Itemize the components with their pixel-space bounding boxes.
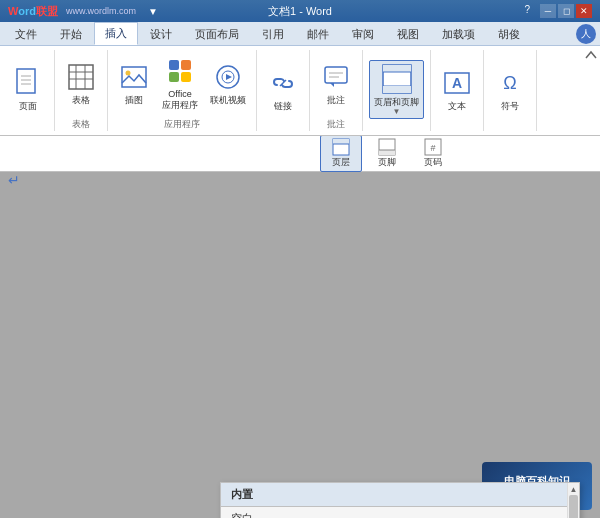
- svg-rect-35: [379, 150, 395, 155]
- symbol-label: 符号: [501, 101, 519, 112]
- scroll-thumb[interactable]: [569, 495, 578, 518]
- svg-text:A: A: [452, 75, 462, 91]
- header-sub-icon: [332, 138, 350, 156]
- user-avatar: 人: [576, 24, 596, 44]
- title-bar-left: Word联盟 www.wordlm.com ▼: [8, 4, 158, 19]
- svg-text:#: #: [430, 143, 435, 153]
- text-button[interactable]: A 文本: [437, 65, 477, 114]
- footer-sub-button[interactable]: 页脚: [366, 136, 408, 171]
- symbols-icons: Ω 符号: [490, 50, 530, 129]
- footer-sub-label: 页脚: [378, 156, 396, 169]
- website-label: www.wordlm.com: [66, 6, 136, 16]
- illustrations-group-label: 应用程序: [164, 118, 200, 131]
- dropdown-scrollbar[interactable]: ▲ ▼: [567, 483, 579, 518]
- tab-design[interactable]: 设计: [139, 23, 183, 45]
- ribbon-collapse-button[interactable]: [584, 48, 598, 65]
- svg-marker-17: [226, 74, 232, 80]
- group-links: 链接: [257, 50, 310, 131]
- tab-review[interactable]: 审阅: [341, 23, 385, 45]
- group-text: A 文本: [431, 50, 484, 131]
- video-label: 联机视频: [210, 95, 246, 106]
- section1-label: 空白: [221, 507, 567, 518]
- tab-references[interactable]: 引用: [251, 23, 295, 45]
- help-button[interactable]: ?: [524, 4, 530, 18]
- svg-rect-12: [181, 60, 191, 70]
- tab-user[interactable]: 胡俊: [487, 23, 531, 45]
- svg-point-10: [126, 70, 131, 75]
- group-illustrations: 插图 Office应用程序: [108, 50, 257, 131]
- tab-page-layout[interactable]: 页面布局: [184, 23, 250, 45]
- return-symbol: ↵: [8, 172, 600, 188]
- svg-rect-19: [325, 67, 347, 83]
- group-symbols: Ω 符号: [484, 50, 537, 131]
- table-button[interactable]: 表格: [61, 59, 101, 108]
- link-button[interactable]: 链接: [263, 65, 303, 114]
- svg-rect-9: [122, 67, 146, 87]
- tab-insert[interactable]: 插入: [94, 22, 138, 45]
- table-label: 表格: [72, 95, 90, 106]
- quick-access: ▼: [148, 6, 158, 17]
- comment-button[interactable]: 批注: [316, 59, 356, 108]
- symbol-icon: Ω: [494, 67, 526, 99]
- pages-button[interactable]: 页面: [8, 65, 48, 114]
- group-header-footer: 页眉和页脚 ▼: [363, 50, 431, 131]
- svg-rect-0: [17, 69, 35, 93]
- comment-icon: [320, 61, 352, 93]
- word-logo: Word联盟: [8, 4, 58, 19]
- picture-label: 插图: [125, 95, 143, 106]
- pages-label: 页面: [19, 101, 37, 112]
- svg-rect-4: [69, 65, 93, 89]
- video-button[interactable]: 联机视频: [206, 59, 250, 108]
- links-icons: 链接: [263, 50, 303, 129]
- svg-rect-24: [383, 65, 411, 72]
- text-icons: A 文本: [437, 50, 477, 129]
- picture-icon: [118, 61, 150, 93]
- dropdown-header: 内置: [221, 483, 567, 507]
- window-title: 文档1 - Word: [268, 4, 332, 19]
- text-label: 文本: [448, 101, 466, 112]
- tab-home[interactable]: 开始: [49, 23, 93, 45]
- comments-icons: 批注: [316, 50, 356, 116]
- header-sub-button[interactable]: 页层: [320, 135, 362, 172]
- scroll-up-arrow[interactable]: ▲: [568, 483, 579, 495]
- close-button[interactable]: ✕: [576, 4, 592, 18]
- header-footer-icon: [381, 63, 413, 95]
- svg-marker-20: [330, 83, 334, 87]
- tables-group-label: 表格: [72, 118, 90, 131]
- tab-view[interactable]: 视图: [386, 23, 430, 45]
- dropdown-panel: ▲ ▼ 内置 空白 [在此处键入] 空白 [键入文字]: [220, 482, 580, 518]
- tab-mailings[interactable]: 邮件: [296, 23, 340, 45]
- group-tables: 表格 表格: [55, 50, 108, 131]
- header-footer-icons: 页眉和页脚 ▼: [369, 50, 424, 129]
- symbol-button[interactable]: Ω 符号: [490, 65, 530, 114]
- svg-rect-11: [169, 60, 179, 70]
- group-pages: 页面: [2, 50, 55, 131]
- tab-addins[interactable]: 加载项: [431, 23, 486, 45]
- pagecode-sub-label: 页码: [424, 156, 442, 169]
- picture-button[interactable]: 插图: [114, 59, 154, 108]
- office-app-label: Office应用程序: [162, 89, 198, 111]
- pagecode-sub-button[interactable]: # 页码: [412, 136, 454, 171]
- video-icon: [212, 61, 244, 93]
- window-controls: ? ─ ◻ ✕: [524, 4, 592, 18]
- illustrations-icons: 插图 Office应用程序: [114, 50, 250, 116]
- office-app-button[interactable]: Office应用程序: [158, 53, 202, 113]
- tab-file[interactable]: 文件: [4, 23, 48, 45]
- svg-text:Ω: Ω: [503, 73, 516, 93]
- svg-rect-14: [181, 72, 191, 82]
- title-bar: Word联盟 www.wordlm.com ▼ 文档1 - Word ? ─ ◻…: [0, 0, 600, 22]
- link-icon: [267, 67, 299, 99]
- header-footer-button[interactable]: 页眉和页脚 ▼: [369, 60, 424, 120]
- header-footer-label: 页眉和页脚: [374, 97, 419, 108]
- restore-button[interactable]: ◻: [558, 4, 574, 18]
- svg-rect-32: [333, 139, 349, 144]
- minimize-button[interactable]: ─: [540, 4, 556, 18]
- scroll-track: [568, 495, 579, 518]
- page-icon: [12, 67, 44, 99]
- ribbon-tabs: 文件 开始 插入 设计 页面布局 引用 邮件 审阅 视图 加载项 胡俊 人: [0, 22, 600, 46]
- ribbon-content: 页面 表格: [0, 46, 600, 136]
- sub-panel: 页层 页脚 # 页码: [0, 136, 600, 172]
- comments-group-label: 批注: [327, 118, 345, 131]
- office-app-icon: [164, 55, 196, 87]
- table-icon: [65, 61, 97, 93]
